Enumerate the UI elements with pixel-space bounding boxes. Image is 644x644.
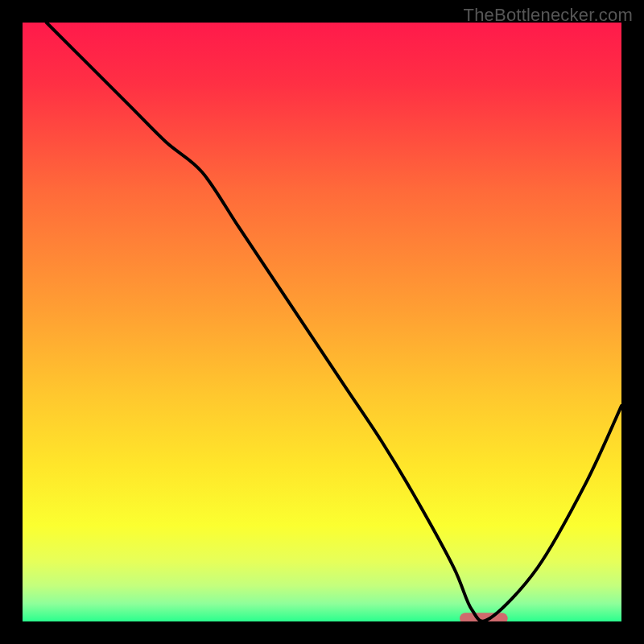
gradient-background [23, 23, 621, 621]
chart-frame: TheBottlenecker.com [0, 0, 644, 644]
plot-area [23, 23, 621, 621]
bottleneck-chart [23, 23, 621, 621]
watermark-text: TheBottlenecker.com [464, 5, 633, 26]
